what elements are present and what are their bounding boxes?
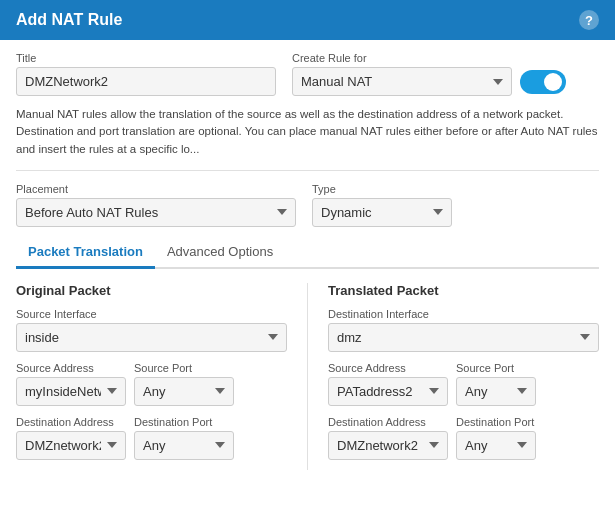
original-packet-col: Original Packet Source Interface inside … (16, 283, 308, 470)
trans-source-address-group: Source Address PATaddress2 (328, 362, 448, 406)
trans-source-address-label: Source Address (328, 362, 448, 374)
orig-source-interface-select[interactable]: inside (16, 323, 287, 352)
create-rule-select[interactable]: Manual NAT Auto NAT (292, 67, 512, 96)
trans-dest-port-select[interactable]: Any (456, 431, 536, 460)
create-rule-label: Create Rule for (292, 52, 566, 64)
type-field-group: Type Dynamic Static (312, 183, 452, 227)
trans-source-port-select[interactable]: Any (456, 377, 536, 406)
trans-dest-row: Destination Address DMZnetwork2 Destinat… (328, 416, 599, 460)
title-label: Title (16, 52, 276, 64)
type-label: Type (312, 183, 452, 195)
orig-source-row: Source Address myInsideNetwork Source Po… (16, 362, 287, 406)
orig-source-address-group: Source Address myInsideNetwork (16, 362, 126, 406)
placement-type-row: Placement Before Auto NAT Rules After Au… (16, 183, 599, 227)
orig-source-port-select[interactable]: Any (134, 377, 234, 406)
orig-source-interface-group: Source Interface inside (16, 308, 287, 352)
orig-source-port-label: Source Port (134, 362, 234, 374)
tab-packet-translation[interactable]: Packet Translation (16, 237, 155, 269)
trans-source-port-label: Source Port (456, 362, 536, 374)
orig-dest-port-group: Destination Port Any (134, 416, 234, 460)
packet-translation-panel: Original Packet Source Interface inside … (16, 283, 599, 470)
type-select[interactable]: Dynamic Static (312, 198, 452, 227)
orig-source-interface-label: Source Interface (16, 308, 287, 320)
trans-dest-address-group: Destination Address DMZnetwork2 (328, 416, 448, 460)
orig-dest-row: Destination Address DMZnetwork2 Destinat… (16, 416, 287, 460)
translated-packet-col: Translated Packet Destination Interface … (308, 283, 599, 470)
title-field-group: Title (16, 52, 276, 96)
orig-source-address-select[interactable]: myInsideNetwork (16, 377, 126, 406)
dialog-header: Add NAT Rule ? (0, 0, 615, 40)
dialog-title: Add NAT Rule (16, 11, 122, 29)
orig-dest-address-select[interactable]: DMZnetwork2 (16, 431, 126, 460)
orig-dest-address-label: Destination Address (16, 416, 126, 428)
trans-dest-interface-label: Destination Interface (328, 308, 599, 320)
trans-dest-port-group: Destination Port Any (456, 416, 536, 460)
orig-dest-address-group: Destination Address DMZnetwork2 (16, 416, 126, 460)
translated-packet-title: Translated Packet (328, 283, 599, 298)
orig-source-address-label: Source Address (16, 362, 126, 374)
dialog-body: Title Create Rule for Manual NAT Auto NA… (0, 40, 615, 482)
trans-dest-address-label: Destination Address (328, 416, 448, 428)
original-packet-title: Original Packet (16, 283, 287, 298)
divider-1 (16, 170, 599, 171)
orig-dest-port-select[interactable]: Any (134, 431, 234, 460)
title-rule-row: Title Create Rule for Manual NAT Auto NA… (16, 52, 599, 96)
toggle-switch[interactable] (520, 70, 566, 94)
trans-dest-interface-select[interactable]: dmz (328, 323, 599, 352)
trans-source-address-select[interactable]: PATaddress2 (328, 377, 448, 406)
create-rule-field-group: Create Rule for Manual NAT Auto NAT (292, 52, 566, 96)
trans-dest-port-label: Destination Port (456, 416, 536, 428)
tabs: Packet Translation Advanced Options (16, 237, 599, 269)
trans-source-port-group: Source Port Any (456, 362, 536, 406)
orig-source-port-group: Source Port Any (134, 362, 234, 406)
title-input[interactable] (16, 67, 276, 96)
trans-source-row: Source Address PATaddress2 Source Port A… (328, 362, 599, 406)
placement-field-group: Placement Before Auto NAT Rules After Au… (16, 183, 296, 227)
trans-dest-address-select[interactable]: DMZnetwork2 (328, 431, 448, 460)
orig-dest-port-label: Destination Port (134, 416, 234, 428)
trans-dest-interface-group: Destination Interface dmz (328, 308, 599, 352)
placement-label: Placement (16, 183, 296, 195)
tab-advanced-options[interactable]: Advanced Options (155, 237, 285, 269)
info-text: Manual NAT rules allow the translation o… (16, 106, 599, 158)
help-icon[interactable]: ? (579, 10, 599, 30)
placement-select[interactable]: Before Auto NAT Rules After Auto NAT Rul… (16, 198, 296, 227)
